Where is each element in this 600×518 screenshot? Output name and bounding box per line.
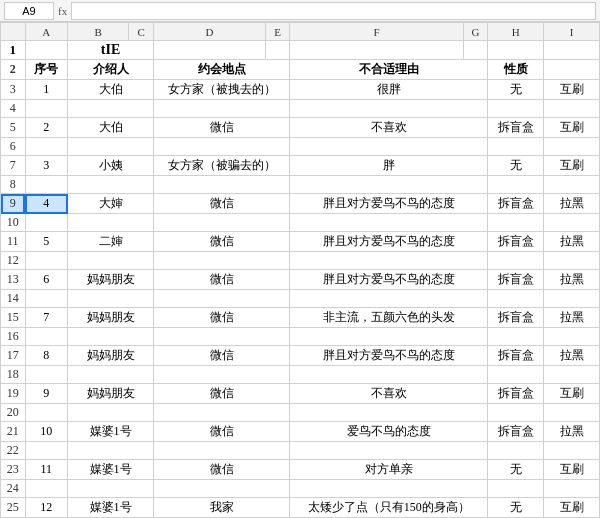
cell-I12[interactable] [544,252,600,270]
cell-I8[interactable] [544,176,600,194]
cell-I15[interactable]: 拉黑 [544,308,600,328]
cell-F6[interactable] [290,138,488,156]
cell-B20[interactable] [68,404,154,422]
cell-B19[interactable]: 妈妈朋友 [68,384,154,404]
cell-D20[interactable] [154,404,290,422]
cell-B9[interactable]: 大婶 [68,194,154,214]
cell-F19[interactable]: 不喜欢 [290,384,488,404]
cell-I7[interactable]: 互刷 [544,156,600,176]
cell-H23[interactable]: 无 [488,460,544,480]
col-header-C[interactable]: C [129,23,154,41]
cell-I23[interactable]: 互刷 [544,460,600,480]
cell-D13[interactable]: 微信 [154,270,290,290]
cell-H6[interactable] [488,138,544,156]
cell-H10[interactable] [488,214,544,232]
cell-H14[interactable] [488,290,544,308]
cell-F17[interactable]: 胖且对方爱鸟不鸟的态度 [290,346,488,366]
cell-A19[interactable]: 9 [25,384,67,404]
cell-A7[interactable]: 3 [25,156,67,176]
cell-B17[interactable]: 妈妈朋友 [68,346,154,366]
cell-A6[interactable] [25,138,67,156]
cell-D14[interactable] [154,290,290,308]
cell-F22[interactable] [290,442,488,460]
cell-H18[interactable] [488,366,544,384]
cell-D24[interactable] [154,480,290,498]
cell-F10[interactable] [290,214,488,232]
cell-H21[interactable]: 拆盲盒 [488,422,544,442]
cell-D21[interactable]: 微信 [154,422,290,442]
cell-H13[interactable]: 拆盲盒 [488,270,544,290]
cell-D17[interactable]: 微信 [154,346,290,366]
cell-D4[interactable] [154,100,290,118]
cell-B25[interactable]: 媒婆1号 [68,498,154,518]
cell-F7[interactable]: 胖 [290,156,488,176]
cell-H15[interactable]: 拆盲盒 [488,308,544,328]
cell-I17[interactable]: 拉黑 [544,346,600,366]
cell-B22[interactable] [68,442,154,460]
cell-F2[interactable]: 不合适理由 [290,60,488,80]
cell-F1[interactable] [290,41,463,60]
cell-A14[interactable] [25,290,67,308]
cell-H9[interactable]: 拆盲盒 [488,194,544,214]
col-header-A[interactable]: A [25,23,67,41]
cell-I24[interactable] [544,480,600,498]
cell-F4[interactable] [290,100,488,118]
cell-H25[interactable]: 无 [488,498,544,518]
cell-H17[interactable]: 拆盲盒 [488,346,544,366]
cell-D11[interactable]: 微信 [154,232,290,252]
cell-I21[interactable]: 拉黑 [544,422,600,442]
cell-B11[interactable]: 二婶 [68,232,154,252]
cell-A2[interactable]: 序号 [25,60,67,80]
cell-D2[interactable]: 约会地点 [154,60,290,80]
cell-H19[interactable]: 拆盲盒 [488,384,544,404]
cell-A8[interactable] [25,176,67,194]
cell-D9[interactable]: 微信 [154,194,290,214]
cell-D16[interactable] [154,328,290,346]
formula-input[interactable] [71,2,596,20]
cell-B7[interactable]: 小姨 [68,156,154,176]
cell-H8[interactable] [488,176,544,194]
cell-D12[interactable] [154,252,290,270]
col-header-D[interactable]: D [154,23,266,41]
cell-B16[interactable] [68,328,154,346]
cell-I1[interactable] [544,41,600,60]
cell-H1[interactable] [488,41,544,60]
cell-A5[interactable]: 2 [25,118,67,138]
cell-H3[interactable]: 无 [488,80,544,100]
cell-F9[interactable]: 胖且对方爱鸟不鸟的态度 [290,194,488,214]
cell-H24[interactable] [488,480,544,498]
cell-A9[interactable]: 4 [25,194,67,214]
cell-A4[interactable] [25,100,67,118]
cell-H11[interactable]: 拆盲盒 [488,232,544,252]
cell-B4[interactable] [68,100,154,118]
cell-E1[interactable] [265,41,290,60]
cell-B1[interactable]: tIE [68,41,154,60]
cell-D15[interactable]: 微信 [154,308,290,328]
cell-F25[interactable]: 太矮少了点（只有150的身高） [290,498,488,518]
cell-I16[interactable] [544,328,600,346]
cell-I20[interactable] [544,404,600,422]
cell-H20[interactable] [488,404,544,422]
cell-F16[interactable] [290,328,488,346]
cell-F21[interactable]: 爱鸟不鸟的态度 [290,422,488,442]
name-box[interactable] [4,2,54,20]
cell-D18[interactable] [154,366,290,384]
cell-I4[interactable] [544,100,600,118]
cell-I5[interactable]: 互刷 [544,118,600,138]
cell-D3[interactable]: 女方家（被拽去的） [154,80,290,100]
cell-A11[interactable]: 5 [25,232,67,252]
cell-B12[interactable] [68,252,154,270]
cell-F3[interactable]: 很胖 [290,80,488,100]
cell-I11[interactable]: 拉黑 [544,232,600,252]
cell-F14[interactable] [290,290,488,308]
cell-F15[interactable]: 非主流，五颜六色的头发 [290,308,488,328]
cell-I25[interactable]: 互刷 [544,498,600,518]
cell-A13[interactable]: 6 [25,270,67,290]
cell-A3[interactable]: 1 [25,80,67,100]
cell-D19[interactable]: 微信 [154,384,290,404]
cell-F5[interactable]: 不喜欢 [290,118,488,138]
cell-I3[interactable]: 互刷 [544,80,600,100]
cell-B5[interactable]: 大伯 [68,118,154,138]
cell-B24[interactable] [68,480,154,498]
cell-I19[interactable]: 互刷 [544,384,600,404]
